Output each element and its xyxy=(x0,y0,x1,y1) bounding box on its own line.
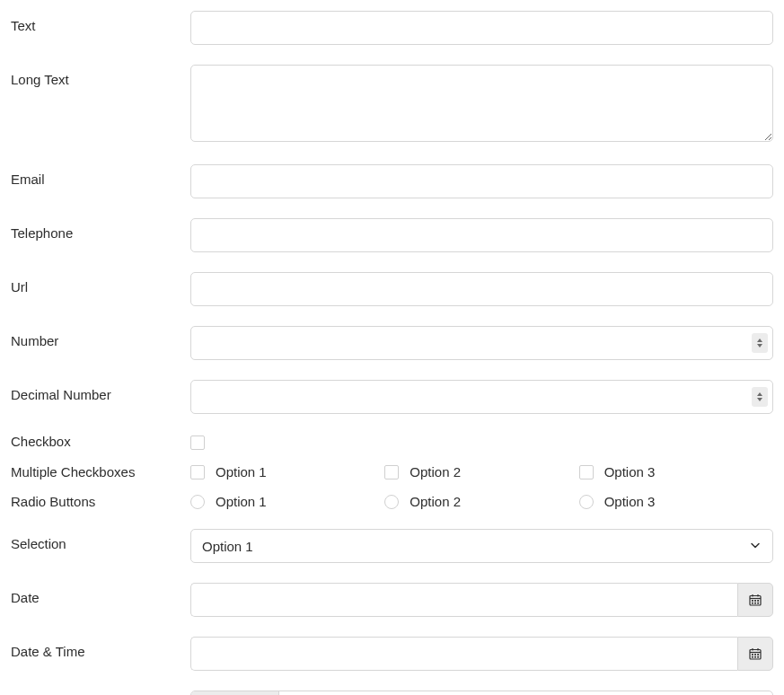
calendar-icon xyxy=(749,594,762,606)
chevron-up-icon xyxy=(757,392,762,396)
number-stepper[interactable] xyxy=(752,333,768,353)
decimal-input[interactable] xyxy=(190,380,773,414)
svg-rect-8 xyxy=(754,603,756,604)
row-datetime: Date & Time xyxy=(11,637,773,671)
text-input[interactable] xyxy=(190,11,773,45)
checkbox-icon xyxy=(579,465,594,479)
label-number: Number xyxy=(11,326,190,348)
long-text-input[interactable] xyxy=(190,65,773,142)
datetime-picker-button[interactable] xyxy=(737,637,773,671)
svg-rect-9 xyxy=(757,603,759,604)
option-label: Option 3 xyxy=(604,464,656,479)
svg-rect-14 xyxy=(752,654,753,655)
selection-dropdown[interactable]: Option 1 xyxy=(190,529,773,563)
checkbox-icon xyxy=(384,465,399,479)
row-number: Number xyxy=(11,326,773,360)
checkbox-icon xyxy=(190,465,205,479)
label-email: Email xyxy=(11,164,190,187)
radio-option-2[interactable]: Option 2 xyxy=(384,494,578,509)
telephone-input[interactable] xyxy=(190,218,773,252)
radio-icon xyxy=(190,495,205,509)
svg-rect-5 xyxy=(754,600,756,602)
radio-icon xyxy=(579,495,594,509)
chevron-down-icon xyxy=(757,344,762,348)
label-url: Url xyxy=(11,272,190,295)
option-label: Option 1 xyxy=(216,464,267,479)
svg-rect-19 xyxy=(757,656,759,658)
row-telephone: Telephone xyxy=(11,218,773,252)
label-telephone: Telephone xyxy=(11,218,190,241)
label-file-upload: File Upload xyxy=(11,691,190,695)
row-radio: Radio Buttons Option 1 Option 2 Option 3 xyxy=(11,494,773,509)
svg-rect-6 xyxy=(757,600,759,602)
svg-rect-17 xyxy=(752,656,753,658)
chevron-down-icon xyxy=(757,398,762,401)
label-checkbox: Checkbox xyxy=(11,434,190,449)
checkbox-input[interactable] xyxy=(190,435,205,450)
number-input[interactable] xyxy=(190,326,773,360)
label-decimal: Decimal Number xyxy=(11,380,190,402)
option-label: Option 2 xyxy=(410,464,461,479)
datetime-input[interactable] xyxy=(190,637,737,671)
multi-checkbox-option-2[interactable]: Option 2 xyxy=(384,464,578,479)
multi-checkbox-option-1[interactable]: Option 1 xyxy=(190,464,384,479)
label-multi-checkbox: Multiple Checkboxes xyxy=(11,464,190,479)
file-status-text: No file selected. xyxy=(279,691,772,695)
label-selection: Selection xyxy=(11,529,190,551)
svg-rect-7 xyxy=(752,603,753,604)
radio-option-3[interactable]: Option 3 xyxy=(579,494,773,509)
label-date: Date xyxy=(11,583,190,605)
row-multi-checkbox: Multiple Checkboxes Option 1 Option 2 Op… xyxy=(11,464,773,479)
svg-rect-16 xyxy=(757,654,759,655)
row-long-text: Long Text xyxy=(11,65,773,145)
row-selection: Selection Option 1 xyxy=(11,529,773,563)
label-text: Text xyxy=(11,11,190,33)
svg-rect-4 xyxy=(752,600,753,602)
date-picker-button[interactable] xyxy=(737,583,773,617)
file-input[interactable]: Browse… No file selected. xyxy=(190,691,773,695)
browse-button[interactable]: Browse… xyxy=(191,691,279,695)
calendar-icon xyxy=(749,647,762,660)
row-file-upload: File Upload Browse… No file selected. xyxy=(11,691,773,695)
url-input[interactable] xyxy=(190,272,773,306)
chevron-up-icon xyxy=(757,339,762,342)
label-datetime: Date & Time xyxy=(11,637,190,659)
label-radio: Radio Buttons xyxy=(11,494,190,509)
svg-rect-18 xyxy=(754,656,756,658)
radio-option-1[interactable]: Option 1 xyxy=(190,494,384,509)
row-decimal: Decimal Number xyxy=(11,380,773,414)
row-url: Url xyxy=(11,272,773,306)
decimal-stepper[interactable] xyxy=(752,387,768,407)
option-label: Option 1 xyxy=(216,494,267,509)
radio-icon xyxy=(384,495,399,509)
row-date: Date xyxy=(11,583,773,617)
row-email: Email xyxy=(11,164,773,198)
multi-checkbox-option-3[interactable]: Option 3 xyxy=(579,464,773,479)
row-text: Text xyxy=(11,11,773,45)
row-checkbox: Checkbox xyxy=(11,434,773,450)
option-label: Option 3 xyxy=(604,494,656,509)
selection-value: Option 1 xyxy=(202,539,253,554)
svg-rect-15 xyxy=(754,654,756,655)
email-input[interactable] xyxy=(190,164,773,198)
date-input[interactable] xyxy=(190,583,737,617)
option-label: Option 2 xyxy=(410,494,461,509)
label-long-text: Long Text xyxy=(11,65,190,87)
